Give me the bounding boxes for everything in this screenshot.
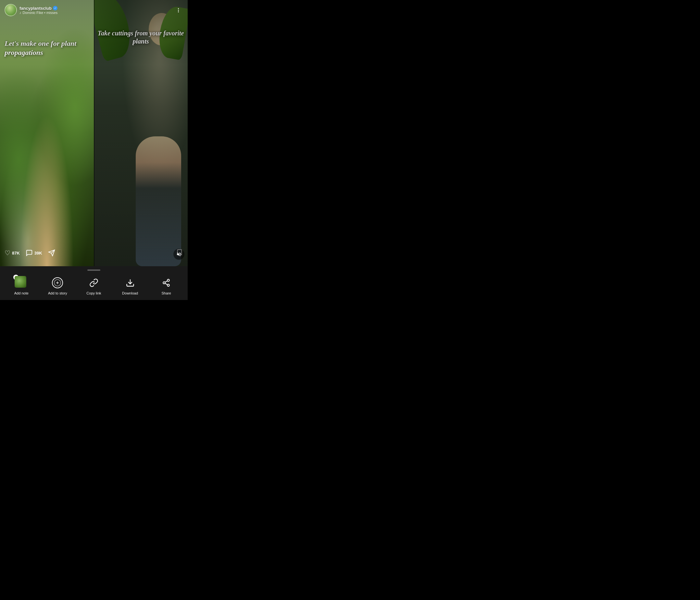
user-info: fancyplantsclub ♪ Dominic Fike • misses [4,4,57,16]
link-svg-icon [89,278,98,288]
note-thumbnail [15,276,26,288]
username-row: fancyplantsclub [20,6,57,11]
more-dot-2 [178,10,179,11]
svg-point-7 [167,284,170,286]
drag-indicator [0,266,188,271]
more-dot-3 [178,11,179,12]
add-to-story-label: Add to story [48,291,67,295]
download-icon-wrap [123,276,138,290]
story-inner-circle [54,279,61,286]
heart-icon: ♡ [4,249,10,257]
music-info: ♪ Dominic Fike • misses [20,11,57,15]
add-to-story-icon [52,277,63,288]
verified-badge [53,6,57,10]
copy-link-label: Copy link [86,291,101,295]
download-label: Download [122,291,138,295]
music-text: Dominic Fike • misses [23,11,58,15]
add-to-story-action[interactable]: Add to story [40,274,76,297]
avatar[interactable] [4,4,17,16]
download-icon [125,277,136,288]
mute-button[interactable] [173,249,184,260]
main-container: Let's make one for plant propagations Ta… [0,0,188,300]
send-icon [48,249,55,256]
left-panel[interactable]: Let's make one for plant propagations [0,0,94,266]
comment-icon [26,249,33,256]
bottom-left-actions: ♡ 87K 39K [4,249,176,257]
add-note-icon: + [15,276,28,290]
copy-link-icon-wrap [87,276,101,290]
more-dot-1 [178,8,179,9]
add-note-label: Add note [14,291,29,295]
download-svg-icon [126,278,135,288]
download-action[interactable]: Download [112,274,148,297]
add-note-icon-wrap: + [14,276,29,290]
svg-point-5 [167,279,170,281]
comment-button[interactable]: 39K [26,249,42,256]
video-area: Let's make one for plant propagations Ta… [0,0,188,266]
avatar-image [5,4,16,16]
share-action[interactable]: Share [148,274,184,297]
more-button[interactable] [173,5,183,15]
svg-point-6 [163,282,165,284]
header-overlay: fancyplantsclub ♪ Dominic Fike • misses [0,0,188,16]
comments-count: 39K [34,251,42,255]
copy-link-icon [88,277,99,288]
add-to-story-icon-wrap [50,276,65,290]
bottom-actions-sheet: + Add note [0,266,188,300]
username[interactable]: fancyplantsclub [20,6,52,11]
user-details: fancyplantsclub ♪ Dominic Fike • misses [20,6,57,15]
svg-line-9 [165,281,167,282]
likes-count: 87K [12,251,20,255]
like-button[interactable]: ♡ 87K [4,249,20,257]
share-svg-icon [162,279,171,287]
send-button[interactable] [48,249,55,256]
note-thumbnail-image [15,276,26,288]
svg-line-8 [165,283,167,285]
share-icon [161,277,172,288]
music-note-icon: ♪ [20,11,21,15]
actions-row: + Add note [0,271,188,300]
add-note-action[interactable]: + Add note [3,274,40,297]
panel-separator [94,0,95,266]
copy-link-action[interactable]: Copy link [76,274,112,297]
share-icon-wrap [159,276,173,290]
right-panel[interactable]: Take cuttings from your favorite plants [94,0,188,266]
share-label: Share [161,291,171,295]
